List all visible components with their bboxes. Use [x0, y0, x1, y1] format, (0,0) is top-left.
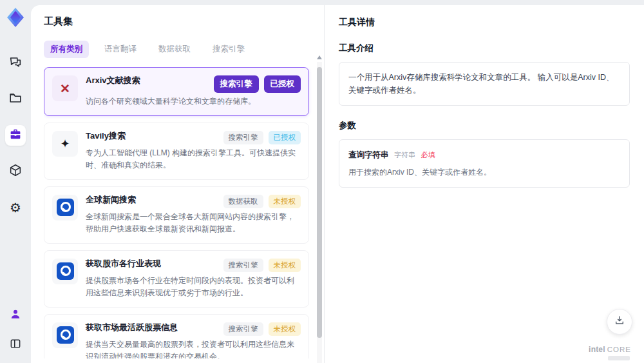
tool-card-list: ✕Arxiv文献搜索搜索引擎已授权访问各个研究领域大量科学论文和文章的存储库。✦… — [44, 67, 323, 358]
tool-icon — [52, 195, 78, 221]
auth-status-badge: 已授权 — [264, 75, 301, 93]
page-title: 工具集 — [44, 15, 323, 28]
tool-description: 全球新闻搜索是一个聚合全球各大新闻网站内容的搜索引擎，帮助用户快速获取全球最新资… — [86, 211, 301, 235]
tab-3[interactable]: 搜索引擎 — [206, 41, 251, 58]
category-badge: 搜索引擎 — [223, 259, 263, 272]
intel-core-logo: intel CORE — [589, 345, 631, 354]
sidebar-item-tools-active[interactable] — [5, 125, 26, 146]
sidebar-item-packages[interactable] — [5, 161, 26, 182]
folder-icon — [8, 91, 23, 108]
tool-list-pane: 工具集 所有类别语言翻译数据获取搜索引擎 ✕Arxiv文献搜索搜索引擎已授权访问… — [31, 5, 323, 363]
auth-status-badge: 未授权 — [269, 195, 301, 208]
param-desc: 用于搜索的Arxiv ID、关键字或作者姓名。 — [348, 166, 620, 179]
tab-2[interactable]: 数据获取 — [152, 41, 197, 58]
intro-box: 一个用于从Arxiv存储库搜索科学论文和文章的工具。 输入可以是Arxiv ID… — [339, 62, 630, 106]
param-box: 查询字符串 字符串 必填 用于搜索的Arxiv ID、关键字或作者姓名。 — [339, 139, 630, 188]
tool-description: 提供当天交易量最高的股票列表，投资者可以利用这些信息来识别流动性强的股票和潜在的… — [86, 338, 301, 358]
cube-icon — [8, 163, 23, 180]
param-type: 字符串 — [394, 151, 415, 159]
sidebar-item-chat[interactable] — [5, 53, 26, 74]
intro-text: 一个用于从Arxiv存储库搜索科学论文和文章的工具。 输入可以是Arxiv ID… — [348, 73, 614, 95]
app-logo-icon[interactable] — [5, 6, 26, 28]
tool-card[interactable]: 获取市场最活跃股票信息搜索引擎未授权提供当天交易量最高的股票列表，投资者可以利用… — [44, 314, 309, 358]
category-badge: 数据获取 — [223, 195, 263, 208]
arxiv-logo-icon: ✕ — [60, 81, 70, 95]
tool-title: Arxiv文献搜索 — [86, 75, 140, 86]
app-rail: ⚙ — [0, 0, 31, 363]
scrollbar-thumb[interactable] — [317, 67, 322, 338]
auth-status-badge: 未授权 — [269, 259, 301, 272]
sidebar-item-settings[interactable]: ⚙ — [5, 197, 26, 218]
download-icon — [614, 315, 625, 329]
search-q-logo-icon — [57, 262, 74, 280]
param-required-flag: 必填 — [421, 151, 435, 159]
tool-description: 提供股票市场各个行业在特定时间段内的表现。投资者可以利用这些信息来识别表现优于或… — [86, 275, 301, 299]
intel-logo-sub-badge — [608, 356, 630, 360]
core-wordmark: CORE — [607, 346, 631, 353]
user-icon — [9, 308, 22, 323]
search-q-logo-icon — [57, 199, 74, 216]
tool-detail-pane: 工具详情 工具介绍 一个用于从Arxiv存储库搜索科学论文和文章的工具。 输入可… — [324, 5, 644, 363]
auth-status-badge: 已授权 — [269, 131, 301, 144]
tool-icon: ✕ — [52, 75, 78, 101]
tool-icon — [52, 322, 78, 348]
main-surface: 工具集 所有类别语言翻译数据获取搜索引擎 ✕Arxiv文献搜索搜索引擎已授权访问… — [31, 5, 644, 363]
chat-icon — [8, 55, 23, 72]
tool-card[interactable]: 获取股市各行业表现搜索引擎未授权提供股票市场各个行业在特定时间段内的表现。投资者… — [44, 250, 309, 308]
tool-description: 访问各个研究领域大量科学论文和文章的存储库。 — [86, 95, 301, 108]
intro-heading: 工具介绍 — [339, 43, 630, 54]
category-badge: 搜索引擎 — [223, 131, 263, 144]
category-badge: 搜索引擎 — [223, 322, 263, 336]
scrollbar-up-arrow[interactable] — [317, 55, 322, 59]
tool-title: 获取股市各行业表现 — [86, 259, 161, 270]
auth-status-badge: 未授权 — [269, 322, 301, 336]
tab-1[interactable]: 语言翻译 — [98, 41, 143, 58]
tool-title: 全球新闻搜索 — [86, 195, 136, 206]
tool-card[interactable]: 全球新闻搜索数据获取未授权全球新闻搜索是一个聚合全球各大新闻网站内容的搜索引擎，… — [44, 186, 309, 244]
search-q-logo-icon — [57, 326, 74, 344]
category-tabs: 所有类别语言翻译数据获取搜索引擎 — [44, 41, 323, 58]
tool-title: 获取市场最活跃股票信息 — [86, 322, 178, 333]
params-heading: 参数 — [339, 120, 630, 132]
tool-icon — [52, 259, 78, 284]
gear-icon: ⚙ — [10, 201, 21, 214]
category-badge: 搜索引擎 — [214, 75, 259, 93]
detail-title: 工具详情 — [339, 17, 630, 28]
sidebar-item-files[interactable] — [5, 89, 26, 110]
tab-0[interactable]: 所有类别 — [44, 41, 89, 58]
intel-wordmark: intel — [589, 345, 605, 354]
tool-card[interactable]: ✕Arxiv文献搜索搜索引擎已授权访问各个研究领域大量科学论文和文章的存储库。 — [44, 67, 309, 116]
param-name: 查询字符串 — [348, 150, 389, 159]
user-avatar-button[interactable] — [5, 305, 26, 326]
collapse-sidebar-button[interactable] — [5, 335, 26, 355]
briefcase-icon — [8, 127, 23, 144]
tool-title: Tavily搜索 — [86, 131, 126, 142]
panel-columns-icon — [9, 337, 22, 353]
tavily-star-icon: ✦ — [60, 137, 70, 150]
tool-card[interactable]: ✦Tavily搜索搜索引擎已授权专为人工智能代理 (LLM) 构建的搜索引擎工具… — [44, 123, 309, 180]
tool-icon: ✦ — [52, 131, 78, 157]
tool-description: 专为人工智能代理 (LLM) 构建的搜索引擎工具。可快速提供实时、准确和真实的结… — [86, 147, 301, 172]
download-button[interactable] — [607, 309, 632, 335]
